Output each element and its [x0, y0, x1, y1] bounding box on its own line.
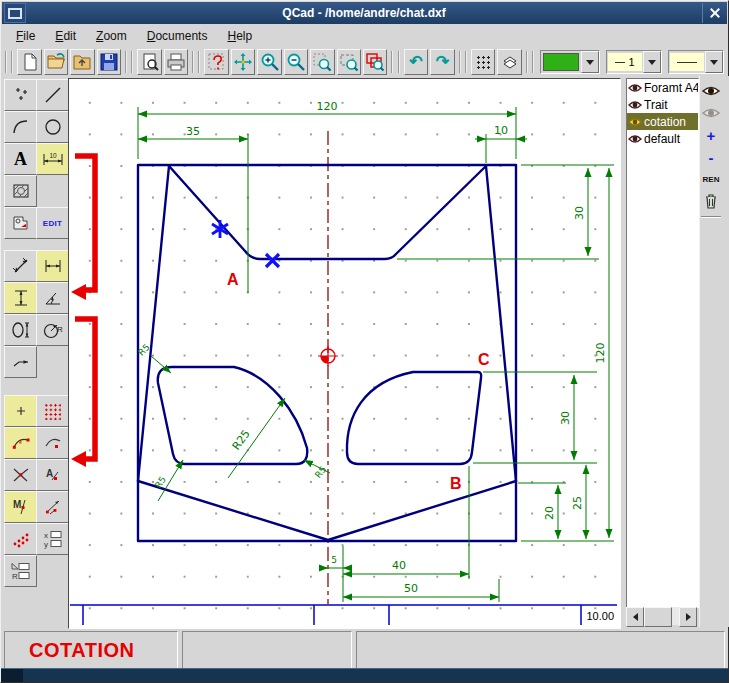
- edit-mode-button[interactable]: EDIT: [36, 207, 69, 239]
- snap-grid-button[interactable]: [36, 395, 69, 427]
- redo-button[interactable]: ↷: [430, 49, 454, 75]
- print-preview-button[interactable]: [137, 49, 161, 75]
- shape-edit-tool-button[interactable]: [4, 207, 37, 239]
- redraw-icon: [207, 52, 227, 72]
- arc-icon: [11, 117, 31, 137]
- drawing-canvas[interactable]: 10.00: [69, 79, 620, 628]
- menu-edit[interactable]: Edit: [45, 26, 86, 46]
- layer-list: Foramt A4 Trait cotation default: [626, 78, 699, 608]
- open-file-button[interactable]: [44, 49, 68, 75]
- snap-free-icon: [11, 401, 31, 421]
- print-button[interactable]: [164, 49, 188, 75]
- style-dropdown-button[interactable]: [705, 51, 723, 73]
- layer-active-icon: [628, 116, 642, 128]
- scroll-right-button[interactable]: [679, 607, 697, 627]
- snap-endpoint-button[interactable]: [4, 427, 37, 459]
- layer-visible-icon: [628, 133, 642, 145]
- menu-zoom[interactable]: Zoom: [86, 26, 137, 46]
- line-style-combo[interactable]: [668, 50, 724, 74]
- dim-120-top: 120: [317, 100, 338, 113]
- dim-diameter-button[interactable]: [4, 314, 37, 346]
- dim-vertical-button[interactable]: [4, 282, 37, 314]
- snap-distance-button[interactable]: [36, 491, 69, 523]
- zoom-auto-button[interactable]: [337, 49, 361, 75]
- coord-cartesian-button[interactable]: xy: [36, 523, 69, 555]
- dim-aligned-button[interactable]: [4, 250, 37, 282]
- print-preview-icon: [140, 52, 160, 72]
- sheet-border[interactable]: 10.00: [70, 605, 617, 625]
- toolbar-handle[interactable]: [391, 51, 399, 73]
- layer-name: cotation: [644, 115, 686, 129]
- window-menu-button[interactable]: [4, 3, 26, 23]
- layer-item-cotation[interactable]: cotation: [627, 113, 698, 130]
- layer-show-button[interactable]: [700, 80, 722, 102]
- dim-radius-button[interactable]: R: [36, 314, 69, 346]
- circle-tool-button[interactable]: [36, 111, 69, 143]
- undo-button[interactable]: ↶: [404, 49, 428, 75]
- layer-item-format[interactable]: Foramt A4: [627, 79, 698, 96]
- new-document-button[interactable]: [17, 49, 41, 75]
- points-tool-button[interactable]: [4, 79, 37, 111]
- snap-point-button[interactable]: [4, 523, 37, 555]
- color-dropdown-button[interactable]: [581, 51, 599, 73]
- right-edge: [723, 76, 729, 627]
- snap-auto-button[interactable]: A: [36, 459, 69, 491]
- layer-name: Foramt A4: [644, 81, 698, 95]
- layer-hide-button[interactable]: [700, 102, 722, 124]
- scrollbar-thumb[interactable]: [644, 607, 672, 627]
- zoom-out-button[interactable]: [284, 49, 308, 75]
- add-layer-button[interactable]: +: [700, 124, 722, 146]
- line-tool-button[interactable]: [36, 79, 69, 111]
- zoom-previous-button[interactable]: [363, 49, 387, 75]
- close-button[interactable]: [702, 3, 727, 23]
- layer-item-trait[interactable]: Trait: [627, 96, 698, 113]
- menu-help[interactable]: Help: [217, 26, 262, 46]
- rename-layer-button[interactable]: REN: [700, 168, 722, 190]
- dim-10: 10: [494, 124, 508, 137]
- toolbar-handle[interactable]: [526, 51, 534, 73]
- scrollbar-track[interactable]: [672, 607, 679, 625]
- redraw-button[interactable]: [204, 49, 228, 75]
- snap-intersection-button[interactable]: [4, 459, 37, 491]
- open-folder-button[interactable]: [70, 49, 94, 75]
- remove-layer-button[interactable]: -: [700, 146, 722, 168]
- leader-tool-button[interactable]: [4, 346, 37, 378]
- width-dropdown-button[interactable]: [643, 51, 661, 73]
- toolbar-handle[interactable]: [192, 51, 200, 73]
- dim-30-notch: 30: [573, 206, 586, 220]
- dimensions[interactable]: 120 35 10 30 120 30 25 2: [136, 100, 614, 602]
- canvas-frame: 10.00: [68, 78, 621, 629]
- hatch-tool-button[interactable]: [4, 175, 37, 207]
- dim-angular-button[interactable]: [36, 282, 69, 314]
- delete-layer-button[interactable]: [700, 190, 722, 212]
- menu-file[interactable]: File: [6, 26, 45, 46]
- layer-name: Trait: [644, 98, 668, 112]
- line-width-combo[interactable]: 1: [606, 50, 662, 74]
- scroll-left-button[interactable]: [626, 607, 644, 627]
- dim-horizontal-button[interactable]: [36, 250, 69, 282]
- zoom-in-button[interactable]: [257, 49, 281, 75]
- layer-list-scrollbar[interactable]: [626, 607, 697, 625]
- snap-on-entity-button[interactable]: [36, 427, 69, 459]
- open-file-icon: [46, 52, 66, 72]
- pan-button[interactable]: [231, 49, 255, 75]
- arc-tool-button[interactable]: [4, 111, 37, 143]
- coord-polar-button[interactable]: R: [4, 555, 37, 587]
- color-combo[interactable]: [540, 50, 600, 74]
- text-tool-button[interactable]: A: [4, 143, 37, 175]
- dimension-tool-button[interactable]: 10: [36, 143, 69, 175]
- layer-item-default[interactable]: default: [627, 130, 698, 147]
- toolbar-handle[interactable]: [5, 51, 13, 73]
- toolbar-handle[interactable]: [459, 51, 467, 73]
- annotation-arrow-2: [75, 319, 95, 459]
- menu-documents[interactable]: Documents: [137, 26, 218, 46]
- snap-middle-button[interactable]: M: [4, 491, 37, 523]
- snap-free-button[interactable]: [4, 395, 37, 427]
- grid-toggle-button[interactable]: [471, 49, 495, 75]
- save-button[interactable]: [97, 49, 121, 75]
- isometric-view-button[interactable]: [497, 49, 521, 75]
- zoom-window-button[interactable]: [310, 49, 334, 75]
- status-mode-panel: COTATION: [4, 631, 178, 669]
- desktop-taskbar: [1, 668, 728, 682]
- label-b: B: [450, 475, 462, 492]
